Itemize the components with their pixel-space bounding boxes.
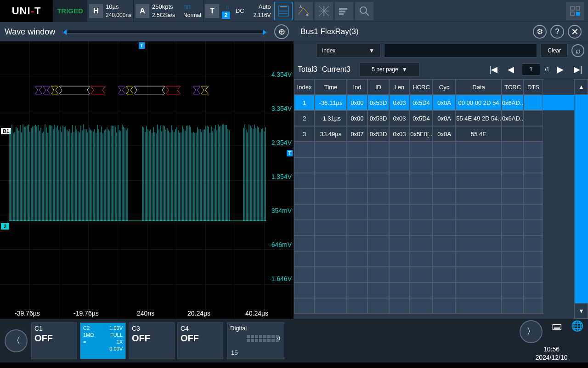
trig-mode: Auto: [259, 3, 271, 11]
wave-overview-slider[interactable]: [62, 30, 267, 34]
col-id[interactable]: ID: [368, 79, 389, 95]
svg-text:B: B: [306, 13, 308, 17]
brand-logo: UNI-T: [0, 0, 53, 22]
help-icon[interactable]: ?: [550, 25, 564, 39]
next-page-button[interactable]: ▶: [554, 64, 567, 75]
col-hcrc[interactable]: HCRC: [410, 79, 433, 95]
digital-hi: 15: [231, 349, 237, 356]
apps-button[interactable]: [566, 2, 584, 20]
network-icon[interactable]: 🌐: [571, 320, 583, 343]
trigger-level-marker[interactable]: T: [287, 150, 293, 156]
wave-display[interactable]: T B1 2 T 4.354V 3.354V 2.354V 1.354V 354…: [0, 41, 294, 319]
trigger-block[interactable]: T ⎍ 2 DC Auto 2.116V: [204, 0, 273, 22]
table-row[interactable]: [294, 236, 588, 251]
x-label: 40.24µs: [245, 310, 268, 317]
table-row[interactable]: [294, 173, 588, 189]
decode-pager: Total3 Current3 5 per page▼ |◀ ◀ /1 ▶ ▶|: [294, 60, 588, 79]
cursor-tool-button[interactable]: AB: [294, 2, 313, 20]
main-area: Wave window ⊕ T B1 2 T 4.354V 3.354V 2.3…: [0, 22, 588, 319]
col-tcrc[interactable]: TCRC: [502, 79, 524, 95]
digital-label: Digital: [230, 325, 247, 332]
table-header: Index Time Ind ID Len HCRC Cyc Data TCRC…: [294, 79, 588, 95]
scroll-up-icon[interactable]: ▲: [575, 79, 588, 95]
settings-icon[interactable]: ⚙: [533, 25, 547, 39]
horiz-position: 240.000ns: [106, 11, 131, 19]
decode-filter-row: Index▼ Clear ⌕: [294, 41, 588, 60]
table-row[interactable]: [294, 267, 588, 282]
perpage-dropdown[interactable]: 5 per page▼: [360, 63, 419, 76]
table-row[interactable]: [294, 142, 588, 157]
filter-search-icon[interactable]: ⌕: [571, 44, 584, 57]
table-row[interactable]: 1-36.11µs0x000x53D0x030x5D40x0A00 00 00 …: [294, 95, 588, 110]
table-row[interactable]: [294, 204, 588, 220]
first-page-button[interactable]: |◀: [487, 64, 500, 75]
table-row[interactable]: [294, 189, 588, 204]
trig-ch-badge: 2: [222, 12, 230, 19]
x-label: -39.76µs: [15, 310, 40, 317]
svg-rect-8: [576, 6, 580, 10]
top-bar: UNI-T TRIGED H 10µs 240.000ns A 250kpts …: [0, 0, 588, 22]
col-data[interactable]: Data: [456, 79, 502, 95]
table-row[interactable]: [294, 282, 588, 298]
run-status: TRIGED: [53, 0, 87, 22]
table-row[interactable]: [294, 298, 588, 314]
svg-rect-7: [571, 6, 574, 10]
y-label: -646mV: [269, 241, 292, 248]
channel-boxes: C1OFFC21.00V1MΩFULL≈1X0.00VC3OFFC4OFF: [31, 322, 223, 359]
math-tool-button[interactable]: [315, 2, 333, 20]
svg-text:A: A: [300, 5, 302, 8]
close-icon[interactable]: ✕: [568, 25, 582, 39]
svg-rect-9: [571, 12, 574, 16]
col-cyc[interactable]: Cyc: [433, 79, 456, 95]
col-dts[interactable]: DTS: [524, 79, 543, 95]
bottom-bar: 〈 C1OFFC21.00V1MΩFULL≈1X0.00VC3OFFC4OFF …: [0, 319, 588, 362]
status-area: 〉 🖴 🌐 10:56 2024/12/10: [520, 320, 583, 362]
table-row[interactable]: 333.49µs0x070x53D0x030x5E8[..0x0A55 4E: [294, 126, 588, 142]
scroll-down-icon[interactable]: ▼: [575, 303, 588, 319]
zoom-button[interactable]: ⊕: [274, 24, 289, 39]
usb-icon[interactable]: 🖴: [552, 320, 562, 343]
channel-c3[interactable]: C3OFF: [129, 322, 175, 359]
total-label: Total3: [298, 65, 317, 74]
last-page-button[interactable]: ▶|: [571, 64, 584, 75]
table-row[interactable]: [294, 251, 588, 267]
filter-input[interactable]: [384, 44, 537, 58]
table-row[interactable]: [294, 220, 588, 236]
ch2-marker[interactable]: 2: [1, 223, 9, 230]
col-ind[interactable]: Ind: [347, 79, 368, 95]
horizontal-block[interactable]: H 10µs 240.000ns: [87, 0, 134, 22]
table-row[interactable]: [294, 157, 588, 173]
x-label: -19.76µs: [74, 310, 99, 317]
col-len[interactable]: Len: [389, 79, 410, 95]
ref-tool-button[interactable]: [335, 2, 353, 20]
edge-icon: ⎍: [222, 3, 233, 12]
decode-title: Bus1 FlexRay(3): [300, 27, 529, 36]
svg-rect-3: [339, 8, 347, 10]
svg-rect-5: [339, 13, 344, 15]
channel-c4[interactable]: C4OFF: [177, 322, 223, 359]
table-row[interactable]: 2-1.31µs0x000x53D0x030x5D40x0A55 4E 49 2…: [294, 110, 588, 126]
svg-rect-4: [339, 11, 345, 12]
x-label: 240ns: [137, 310, 154, 317]
decode-header: Bus1 FlexRay(3) ⚙ ? ✕: [294, 22, 588, 41]
page-input[interactable]: [522, 63, 540, 75]
y-label: 2.354V: [271, 139, 292, 146]
table-scrollbar[interactable]: ▲ ▼: [574, 79, 588, 319]
timebase: 10µs: [106, 3, 131, 11]
col-index[interactable]: Index: [294, 79, 315, 95]
acquisition-block[interactable]: A 250kpts 2.5GSa/s ⎍⎍ Normal: [134, 0, 204, 22]
digital-box[interactable]: Digital 0 15: [227, 322, 284, 359]
trigger-position-marker[interactable]: T: [139, 42, 145, 49]
measure-tool-button[interactable]: [274, 2, 293, 20]
search-tool-button[interactable]: [355, 2, 373, 20]
prev-page-nav[interactable]: 〈: [5, 329, 28, 352]
col-time[interactable]: Time: [315, 79, 347, 95]
next-page-nav[interactable]: 〉: [520, 320, 543, 343]
channel-c1[interactable]: C1OFF: [31, 322, 77, 359]
mem-depth: 250kpts: [152, 3, 175, 11]
prev-page-button[interactable]: ◀: [504, 64, 517, 75]
channel-c2[interactable]: C21.00V1MΩFULL≈1X0.00V: [80, 322, 126, 359]
digital-grid-icon: [247, 335, 279, 342]
clear-button[interactable]: Clear: [541, 44, 568, 58]
filter-mode-dropdown[interactable]: Index▼: [316, 44, 380, 58]
